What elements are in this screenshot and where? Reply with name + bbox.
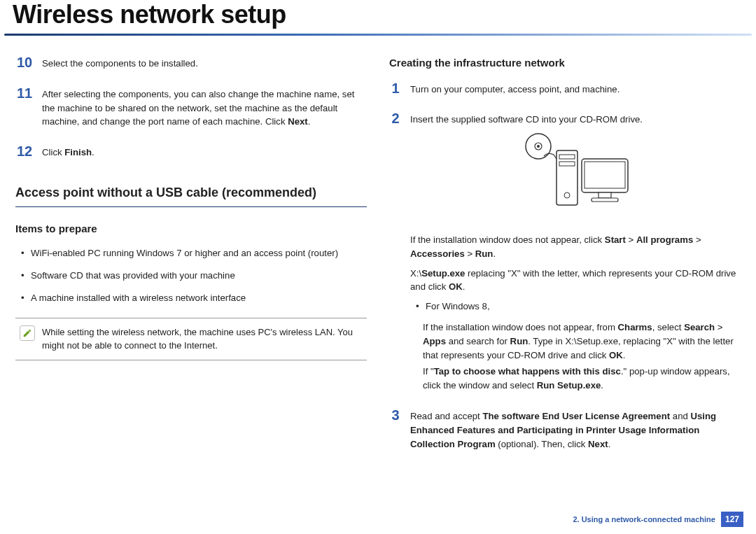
step-10: 10 Select the components to be installed… (15, 55, 367, 73)
step-11: 11 After selecting the components, you c… (15, 86, 367, 132)
svg-rect-9 (598, 192, 611, 198)
svg-rect-7 (582, 159, 628, 192)
step-body: Insert the supplied software CD into you… (410, 111, 741, 395)
step-text: Insert the supplied software CD into you… (410, 113, 741, 127)
cd-computer-illustration (410, 131, 741, 222)
windows8-list: For Windows 8, (410, 300, 741, 314)
section-rule (15, 206, 367, 207)
subsection-heading: Creating the infrastructure network (389, 55, 741, 71)
step-1: 1 Turn on your computer, access point, a… (389, 81, 741, 99)
step-body: Read and accept The software End User Li… (410, 408, 741, 454)
pencil-icon (22, 328, 32, 338)
list-item: For Windows 8, (413, 300, 741, 314)
step-body: Select the components to be installed. (42, 55, 367, 73)
content-columns: 10 Select the components to be installed… (0, 36, 756, 466)
svg-point-2 (537, 145, 540, 148)
step-body: Click Finish. (42, 144, 367, 162)
items-list: WiFi-enabled PC running Windows 7 or hig… (15, 246, 367, 304)
step-number: 12 (15, 144, 34, 158)
step-text: Select the components to be installed. (42, 57, 367, 71)
list-item: WiFi-enabled PC running Windows 7 or hig… (18, 246, 367, 260)
illustration-icon (516, 131, 635, 222)
list-item: Software CD that was provided with your … (18, 269, 367, 283)
step-number: 1 (389, 81, 402, 95)
note-box: While setting the wireless network, the … (15, 318, 367, 360)
tap-disc-text: If "Tap to choose what happens with this… (410, 365, 741, 393)
footer-page-number: 127 (721, 512, 743, 527)
windows8-text: If the installation window does not appe… (410, 321, 741, 362)
setup-exe-text: X:\Setup.exe replacing "X" with the lett… (410, 267, 741, 295)
page-footer: 2. Using a network-connected machine 127 (573, 512, 743, 527)
step-number: 10 (15, 55, 34, 69)
note-text: While setting the wireless network, the … (42, 325, 363, 353)
step-number: 2 (389, 111, 402, 125)
footer-chapter: 2. Using a network-connected machine (573, 515, 715, 524)
step-text: Turn on your computer, access point, and… (410, 83, 741, 97)
left-column: 10 Select the components to be installed… (15, 55, 367, 466)
subsection-heading: Items to prepare (15, 221, 367, 237)
page-header: Wireless network setup (0, 0, 756, 34)
step-number: 3 (389, 408, 402, 422)
section-heading: Access point without a USB cable (recomm… (15, 183, 367, 202)
pencil-note-icon (20, 325, 35, 341)
step-body: After selecting the components, you can … (42, 86, 367, 132)
step-12: 12 Click Finish. (15, 144, 367, 162)
step-text: Read and accept The software End User Li… (410, 409, 741, 451)
svg-rect-10 (592, 198, 618, 202)
step-body: Turn on your computer, access point, and… (410, 81, 741, 99)
step-text: Click Finish. (42, 146, 367, 160)
step-number: 11 (15, 86, 34, 100)
page-title: Wireless network setup (13, 0, 743, 32)
right-column: Creating the infrastructure network 1 Tu… (389, 55, 741, 466)
list-item: A machine installed with a wireless netw… (18, 291, 367, 305)
install-fallback-text: If the installation window does not appe… (410, 233, 741, 261)
step-text: After selecting the components, you can … (42, 87, 367, 129)
step-2: 2 Insert the supplied software CD into y… (389, 111, 741, 395)
step-3: 3 Read and accept The software End User … (389, 408, 741, 454)
